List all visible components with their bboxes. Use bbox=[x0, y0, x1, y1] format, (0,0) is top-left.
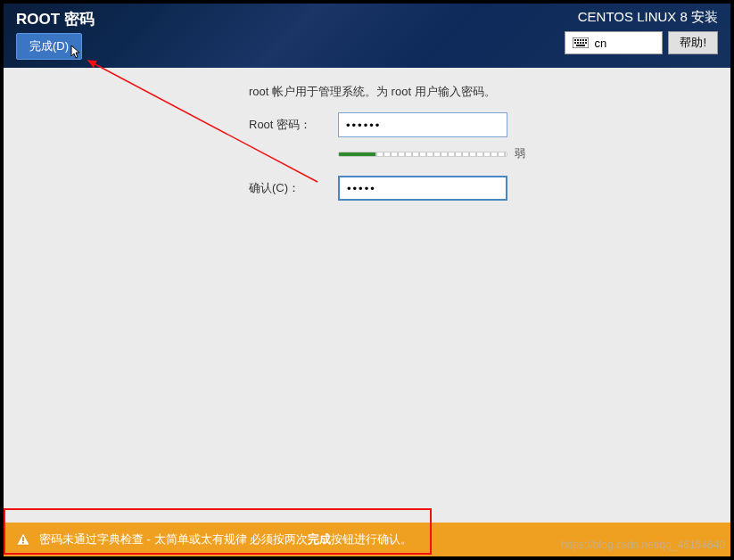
top-bar: ROOT 密码 完成(D) CENTOS LINUX 8 安装 bbox=[4, 4, 730, 68]
svg-rect-6 bbox=[574, 42, 576, 44]
keyboard-layout-value: cn bbox=[594, 37, 606, 50]
root-password-label: Root 密码： bbox=[249, 117, 338, 133]
help-button[interactable]: 帮助! bbox=[668, 31, 718, 54]
confirm-password-label: 确认(C)： bbox=[249, 180, 338, 196]
svg-rect-8 bbox=[580, 42, 581, 44]
password-strength-bar bbox=[338, 152, 507, 157]
content-area: root 帐户用于管理系统。为 root 用户输入密码。 Root 密码： 弱 … bbox=[4, 68, 730, 523]
svg-rect-13 bbox=[22, 542, 24, 544]
warning-icon bbox=[16, 532, 30, 547]
cursor-icon bbox=[70, 45, 83, 61]
svg-rect-12 bbox=[22, 537, 24, 541]
help-button-label: 帮助! bbox=[680, 36, 706, 49]
keyboard-icon bbox=[573, 37, 589, 48]
svg-rect-9 bbox=[582, 42, 584, 44]
password-strength-text: 弱 bbox=[515, 146, 525, 161]
svg-rect-10 bbox=[585, 42, 587, 44]
done-button-label: 完成(D) bbox=[29, 39, 69, 53]
instruction-text: root 帐户用于管理系统。为 root 用户输入密码。 bbox=[249, 84, 659, 100]
confirm-password-input[interactable] bbox=[338, 176, 507, 201]
page-title: ROOT 密码 bbox=[16, 9, 95, 29]
svg-rect-2 bbox=[577, 39, 579, 41]
installer-title: CENTOS LINUX 8 安装 bbox=[565, 9, 718, 26]
done-button[interactable]: 完成(D) bbox=[16, 33, 82, 60]
svg-rect-7 bbox=[577, 42, 579, 44]
keyboard-layout-selector[interactable]: cn bbox=[565, 31, 663, 54]
svg-rect-5 bbox=[585, 39, 587, 41]
svg-rect-4 bbox=[582, 39, 584, 41]
svg-rect-11 bbox=[576, 45, 585, 46]
svg-rect-1 bbox=[574, 39, 576, 41]
warning-text: 密码未通过字典检查 - 太简单或太有规律 必须按两次完成按钮进行确认。 bbox=[39, 531, 412, 548]
root-password-input[interactable] bbox=[338, 112, 507, 137]
svg-rect-3 bbox=[580, 39, 581, 41]
watermark-text: https://blog.csdn.net/qq_46154640 bbox=[561, 539, 725, 551]
